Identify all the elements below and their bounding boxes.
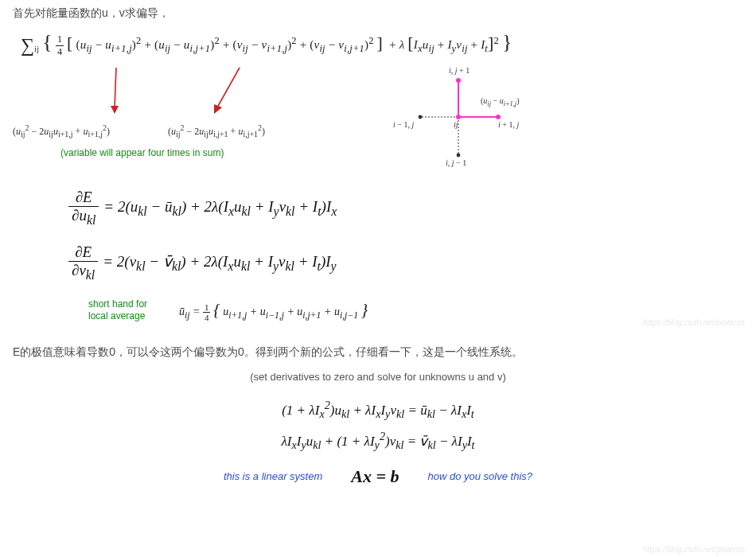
shorthand-row: short hand for local average ūij = 1 4 {… <box>88 298 743 323</box>
svg-line-0 <box>115 68 116 107</box>
dE-dv-row: ∂E ∂vkl = 2(vkl − v̄kl) + 2λ(Ixukl + Iyv… <box>68 243 743 282</box>
svg-point-9 <box>456 78 461 83</box>
arrow-to-left-expansion <box>104 66 136 114</box>
svg-point-10 <box>496 115 501 119</box>
dE-du-row: ∂E ∂ukl = 2(ukl − ūkl) + 2λ(Ixukl + Iyvk… <box>68 189 743 228</box>
dE-dv-rhs: = 2(vkl − v̄kl) + 2λ(Ixukl + Iyvkl + It)… <box>103 252 336 274</box>
svg-point-11 <box>419 115 423 119</box>
shorthand-label-line2: local average <box>88 310 145 321</box>
matrix-equation: Ax = b <box>351 466 399 487</box>
set-derivatives-note: (set derivatives to zero and solve for u… <box>13 371 743 383</box>
stencil-label-edge: (uij − ui+1,j) <box>481 96 519 107</box>
dE-du-frac: ∂E ∂ukl <box>68 189 99 228</box>
stencil-label-center: ij <box>454 120 458 129</box>
grid-stencil-diagram: i, j + 1 (uij − ui+1,j) i − 1, j ij i + … <box>379 61 554 173</box>
svg-point-8 <box>456 115 461 119</box>
four-times-note: (variable will appear four times in sum) <box>60 147 224 158</box>
stencil-label-bottom: i, j − 1 <box>446 158 466 167</box>
partial-derivatives: ∂E ∂ukl = 2(ukl − ūkl) + 2λ(Ixukl + Iyvk… <box>68 189 743 282</box>
dE-dv-frac: ∂E ∂vkl <box>68 243 98 282</box>
stencil-label-left: i − 1, j <box>393 120 414 129</box>
how-solve-note: how do you solve this? <box>427 470 532 482</box>
energy-sum-formula: ∑ij { 1 4 [ (uij − ui+1,j)2 + (uij − ui,… <box>21 30 743 58</box>
intro-paragraph: 首先对能量函数的u，v求偏导， <box>13 6 743 21</box>
linear-eq-1: (1 + λIx2)ukl + λIxIyvkl = ūkl − λIxIt <box>13 394 743 425</box>
shorthand-label: short hand for local average <box>88 298 160 323</box>
matrix-form-row: this is a linear system Ax = b how do yo… <box>13 466 743 487</box>
svg-marker-1 <box>111 106 119 114</box>
document-page: 首先对能量函数的u，v求偏导， ∑ij { 1 4 [ (uij − ui+1,… <box>0 0 756 557</box>
second-paragraph: E的极值意味着导数0，可以令这两个偏导数为0。得到两个新的公式，仔细看一下，这是… <box>13 345 743 360</box>
arrow-to-right-expansion <box>208 66 240 114</box>
svg-line-2 <box>217 68 240 107</box>
expansion-row: (uij2 − 2uijui+1,j + ui+1,j2) (uij2 − 2u… <box>13 61 743 181</box>
shorthand-equation: ūij = 1 4 { ui+1,j + ui−1,j + ui,j+1 + u… <box>179 299 368 322</box>
stencil-label-right: i + 1, j <box>498 120 519 129</box>
dE-du-rhs: = 2(ukl − ūkl) + 2λ(Ixukl + Iyvkl + It)I… <box>103 198 337 219</box>
svg-point-12 <box>457 154 461 158</box>
stencil-label-top: i, j + 1 <box>449 66 470 75</box>
expansion-right: (uij2 − 2uijui,j+1 + ui,j+12) <box>168 123 265 138</box>
shorthand-label-line1: short hand for <box>88 298 147 310</box>
watermark-2: https://blog.csdn.net/plateros <box>643 545 745 554</box>
linear-equations: (1 + λIx2)ukl + λIxIyvkl = ūkl − λIxIt λ… <box>13 394 743 457</box>
linear-system-note: this is a linear system <box>224 470 322 482</box>
expansion-left: (uij2 − 2uijui+1,j + ui+1,j2) <box>13 123 110 138</box>
linear-eq-2: λIxIyukl + (1 + λIy2)vkl = v̄kl − λIyIt <box>13 425 743 456</box>
stencil-svg <box>379 61 554 173</box>
